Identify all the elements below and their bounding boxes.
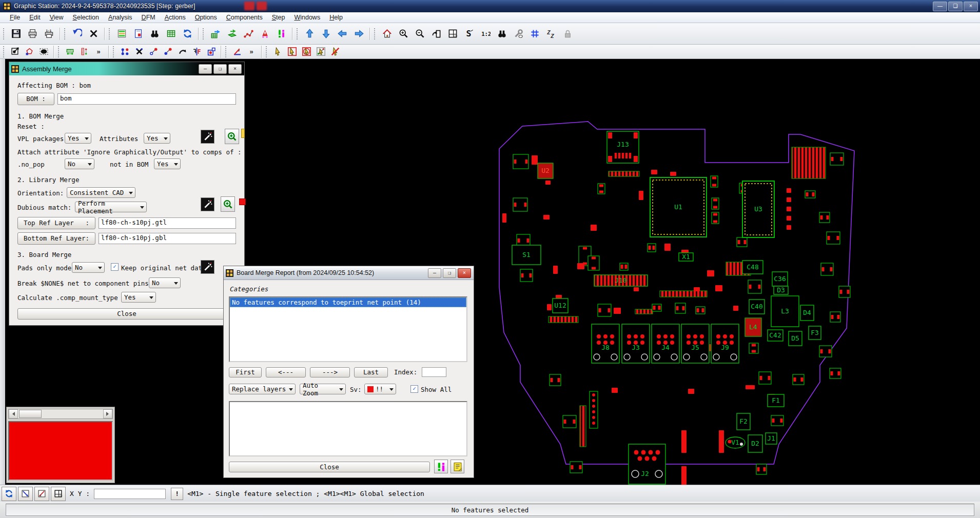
categories-listbox[interactable]: No features correspond to toeprint net p… bbox=[229, 296, 467, 362]
bottom-ref-layer-input[interactable]: lf80-ch-s10pj.gbl bbox=[99, 233, 236, 244]
undo-icon[interactable] bbox=[69, 26, 85, 42]
dialog-minimize-button[interactable]: — bbox=[199, 64, 212, 74]
zoom-in-icon[interactable] bbox=[396, 26, 411, 42]
select-circle-icon[interactable] bbox=[300, 45, 313, 58]
menu-item-components[interactable]: Components bbox=[222, 13, 267, 22]
deselect-icon[interactable] bbox=[328, 45, 342, 58]
find-binoculars-icon[interactable] bbox=[147, 26, 162, 42]
dubious-match-select[interactable]: Perform Placement bbox=[75, 202, 147, 212]
select-box-icon[interactable] bbox=[285, 45, 299, 58]
vpl-packages-select[interactable]: Yes bbox=[65, 133, 91, 144]
menu-item-windows[interactable]: Windows bbox=[289, 13, 325, 22]
bottom-ref-layer-button[interactable]: Bottom Ref Layer: bbox=[17, 232, 95, 245]
not-in-bom-select[interactable]: Yes bbox=[154, 158, 181, 169]
next-button[interactable]: ---> bbox=[310, 367, 350, 377]
pads-only-select[interactable]: No bbox=[72, 262, 105, 273]
dfm-analysis-icon[interactable] bbox=[257, 26, 272, 42]
report-notes-button[interactable] bbox=[450, 460, 464, 473]
report-minimize-button[interactable]: — bbox=[428, 268, 441, 278]
dialog-maximize-button[interactable]: ❏ bbox=[213, 64, 227, 74]
menu-item-dfm[interactable]: DFM bbox=[137, 13, 160, 22]
delete-feature-icon[interactable] bbox=[132, 45, 146, 58]
bom-merge-icon[interactable] bbox=[208, 26, 223, 42]
board-merge-icon[interactable] bbox=[224, 26, 240, 42]
menu-item-options[interactable]: Options bbox=[190, 13, 222, 22]
pan-up-icon[interactable] bbox=[302, 26, 317, 42]
scroll-thumb[interactable] bbox=[19, 410, 42, 418]
assembly-merge-titlebar[interactable]: Assembly Merge — ❏ × bbox=[9, 62, 244, 75]
grid-toggle-icon[interactable] bbox=[527, 26, 542, 42]
maximize-button[interactable]: ❏ bbox=[948, 2, 963, 11]
break-none-select[interactable]: No bbox=[149, 277, 181, 288]
layers-list-icon[interactable] bbox=[114, 26, 129, 42]
refresh-icon[interactable] bbox=[180, 26, 195, 42]
close-button[interactable]: × bbox=[964, 2, 978, 11]
select-net-icon[interactable] bbox=[314, 45, 327, 58]
move-feature-icon[interactable] bbox=[161, 45, 174, 58]
measure-green-icon[interactable] bbox=[63, 45, 76, 58]
delete-icon[interactable] bbox=[86, 26, 101, 42]
probe-tool-icon[interactable]: c bbox=[511, 26, 526, 42]
window-xy-icon[interactable]: xy bbox=[445, 26, 460, 42]
top-ref-layer-button[interactable]: Top Ref Layer : bbox=[17, 217, 95, 229]
library-merge-run-button[interactable] bbox=[201, 197, 214, 211]
dialog-close-button[interactable]: × bbox=[228, 64, 242, 74]
alert-button[interactable]: ! bbox=[171, 488, 183, 500]
menu-item-help[interactable]: Help bbox=[325, 13, 347, 22]
search-binoculars-icon[interactable] bbox=[494, 26, 509, 42]
overview-thumbnail[interactable] bbox=[8, 421, 113, 481]
rotate-icon[interactable] bbox=[175, 45, 189, 58]
overview-scrollbar[interactable] bbox=[8, 409, 113, 419]
report-close-button[interactable]: Close bbox=[229, 462, 430, 472]
lock-icon[interactable] bbox=[560, 26, 575, 42]
copy-feature-icon[interactable] bbox=[147, 45, 160, 58]
save-icon[interactable] bbox=[8, 26, 24, 42]
table-grid-icon[interactable] bbox=[163, 26, 179, 42]
net-edit-icon[interactable] bbox=[118, 45, 131, 58]
sv-select[interactable]: !! bbox=[364, 384, 396, 394]
print-1to1-icon[interactable]: 1:1 bbox=[41, 26, 56, 42]
print-icon[interactable] bbox=[25, 26, 40, 42]
scroll-right-button[interactable] bbox=[103, 409, 112, 419]
show-all-checkbox[interactable]: ✓ bbox=[410, 385, 418, 393]
prev-button[interactable]: <--- bbox=[266, 367, 306, 377]
scroll-left-button[interactable] bbox=[9, 409, 18, 419]
overflow-chevron-icon[interactable]: » bbox=[92, 45, 105, 58]
step-icon[interactable]: S bbox=[461, 26, 477, 42]
flip-layer-icon[interactable]: ZZ bbox=[543, 26, 559, 42]
replace-layers-select[interactable]: Replace layers bbox=[229, 384, 296, 394]
zoom-out-icon[interactable] bbox=[412, 26, 427, 42]
warn-pair-icon[interactable] bbox=[273, 26, 289, 42]
xy-diagonal-icon[interactable] bbox=[18, 487, 33, 501]
report-titlebar[interactable]: Board Merge Report (from 2024/09/25 10:5… bbox=[224, 266, 474, 280]
minimize-button[interactable]: — bbox=[933, 2, 947, 11]
no-pop-select[interactable]: No bbox=[65, 158, 94, 169]
menu-item-actions[interactable]: Actions bbox=[160, 13, 190, 22]
select-cursor-icon[interactable] bbox=[271, 45, 284, 58]
bom-merge-run-button[interactable] bbox=[201, 130, 214, 144]
polygon-edit-icon[interactable] bbox=[23, 45, 36, 58]
xy-refresh-icon[interactable] bbox=[2, 487, 16, 501]
document-preview-icon[interactable] bbox=[130, 26, 146, 42]
keep-net-checkbox[interactable]: ✓ bbox=[111, 263, 119, 271]
menu-item-edit[interactable]: Edit bbox=[25, 13, 45, 22]
auto-zoom-select[interactable]: Auto Zoom bbox=[300, 384, 346, 394]
pan-left-icon[interactable] bbox=[335, 26, 350, 42]
menu-item-analysis[interactable]: Analysis bbox=[104, 13, 137, 22]
mirror-icon[interactable]: F bbox=[190, 45, 203, 58]
pan-right-icon[interactable] bbox=[351, 26, 366, 42]
bom-button[interactable]: BOM : bbox=[17, 93, 54, 105]
attributes-select[interactable]: Yes bbox=[144, 133, 170, 144]
menu-item-view[interactable]: View bbox=[45, 13, 68, 22]
last-button[interactable]: Last bbox=[354, 367, 388, 377]
top-ref-layer-input[interactable]: lf80-ch-s10pj.gtl bbox=[99, 217, 236, 229]
angle-measure-icon[interactable] bbox=[230, 45, 244, 58]
assembly-close-button[interactable]: Close bbox=[17, 308, 236, 320]
calc-mount-type-select[interactable]: Yes bbox=[121, 292, 156, 303]
library-merge-view-button[interactable] bbox=[221, 196, 235, 212]
index-input[interactable] bbox=[422, 367, 446, 377]
xy-angle-icon[interactable]: α bbox=[34, 487, 49, 501]
report-close-x-button[interactable]: × bbox=[458, 268, 471, 278]
selected-category[interactable]: No features correspond to toeprint net p… bbox=[230, 297, 466, 307]
home-view-icon[interactable] bbox=[379, 26, 395, 42]
